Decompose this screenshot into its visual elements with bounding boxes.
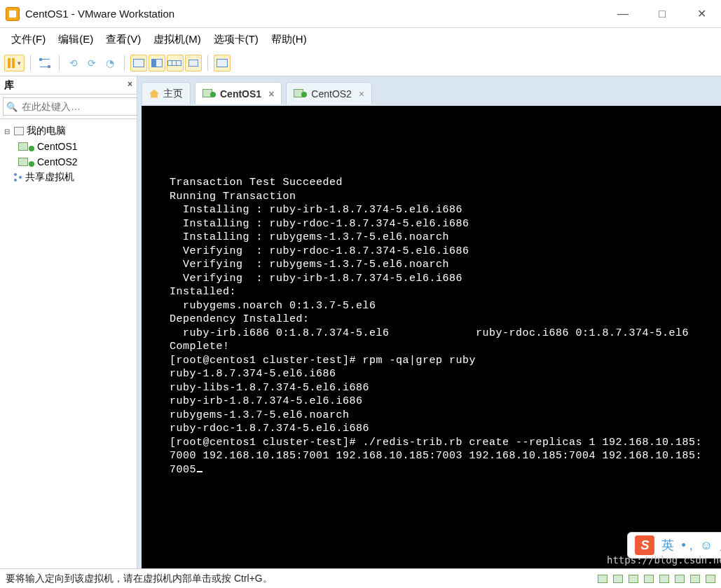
menu-file[interactable]: 文件(F) (7, 32, 50, 48)
menu-help[interactable]: 帮助(H) (267, 32, 311, 48)
content-container: 库 × 🔍 ▾ ⊟ 我的电脑 CentOS1 CentOS2 (0, 76, 721, 568)
running-dot-icon (29, 146, 34, 151)
vm-icon (18, 142, 28, 151)
tab-close-icon[interactable]: × (268, 88, 274, 100)
ime-logo-icon[interactable]: S (635, 535, 654, 555)
sidebar-title: 库 (4, 79, 14, 92)
take-snapshot-button[interactable]: ⟲ (65, 55, 82, 71)
running-dot-icon (210, 92, 216, 97)
device-floppy-icon[interactable] (629, 575, 638, 583)
menubar: 文件(F) 编辑(E) 查看(V) 虚拟机(M) 选项卡(T) 帮助(H) (0, 28, 721, 50)
search-icon: 🔍 (6, 102, 18, 112)
vm-icon (18, 158, 28, 166)
tab-centos1-label: CentOS1 (220, 88, 261, 100)
device-hdd-icon[interactable] (598, 575, 607, 583)
ime-emoji-icon[interactable]: ☺ (700, 538, 713, 553)
menu-view[interactable]: 查看(V) (102, 32, 145, 48)
device-display-icon[interactable] (706, 575, 715, 583)
device-usb-icon[interactable] (659, 575, 669, 583)
tab-strip: 主页 CentOS1 × CentOS2 × (142, 81, 721, 106)
vm-console[interactable]: Transaction Test SucceededRunning Transa… (142, 106, 721, 568)
sidebar-search-row: 🔍 ▾ (0, 95, 137, 119)
stretch-button[interactable] (185, 55, 202, 71)
statusbar: 要将输入定向到该虚拟机，请在虚拟机内部单击或按 Ctrl+G。 (0, 568, 721, 588)
power-controls-button[interactable]: ▾ (4, 55, 25, 71)
menu-edit[interactable]: 编辑(E) (54, 32, 97, 48)
device-printer-icon[interactable] (690, 575, 700, 583)
tree-item-label: CentOS1 (37, 141, 78, 152)
tree-item-centos2[interactable]: CentOS2 (3, 154, 134, 170)
main-area: 主页 CentOS1 × CentOS2 × Transaction Test … (137, 76, 721, 568)
unity-button[interactable] (149, 55, 165, 71)
shared-icon (14, 173, 22, 182)
tree-shared-label: 共享虚拟机 (25, 171, 74, 184)
running-dot-icon (301, 92, 307, 97)
ime-floating-bar[interactable]: S 英 • , ☺ 🎤 (627, 532, 721, 559)
sidebar: 库 × 🔍 ▾ ⊟ 我的电脑 CentOS1 CentOS2 (0, 76, 137, 568)
revert-snapshot-button[interactable]: ⟳ (83, 55, 100, 71)
window-title: CentOS1 - VMware Workstation (25, 8, 174, 20)
app-icon (6, 7, 20, 21)
device-net-icon[interactable] (644, 575, 654, 583)
close-button[interactable]: ✕ (682, 0, 721, 27)
tree-item-centos1[interactable]: CentOS1 (3, 139, 134, 154)
window-controls: — □ ✕ (603, 0, 721, 27)
device-sound-icon[interactable] (675, 575, 685, 583)
minimize-button[interactable]: — (603, 0, 643, 27)
window-titlebar: CentOS1 - VMware Workstation — □ ✕ (0, 0, 721, 28)
tree-root-label: 我的电脑 (27, 125, 66, 137)
running-dot-icon (29, 161, 34, 167)
search-input[interactable] (20, 100, 146, 113)
tab-centos1[interactable]: CentOS1 × (195, 82, 282, 104)
menu-vm[interactable]: 虚拟机(M) (149, 32, 205, 48)
tree-item-label: CentOS2 (37, 156, 78, 167)
tree-collapse-icon[interactable]: ⊟ (3, 127, 11, 135)
sidebar-header: 库 × (0, 76, 137, 95)
maximize-button[interactable]: □ (643, 0, 682, 27)
library-tree: ⊟ 我的电脑 CentOS1 CentOS2 共享虚拟机 (0, 119, 137, 189)
snapshot-button[interactable] (36, 55, 53, 71)
toolbar: ▾ ⟲ ⟳ ◔ (0, 50, 721, 76)
console-view-button[interactable] (214, 55, 231, 71)
tab-centos2-label: CentOS2 (311, 88, 352, 100)
fullscreen-button[interactable] (130, 55, 147, 71)
home-icon (149, 90, 159, 98)
ime-lang-button[interactable]: 英 (661, 537, 674, 554)
tab-home[interactable]: 主页 (142, 82, 191, 104)
statusbar-message: 要将输入定向到该虚拟机，请在虚拟机内部单击或按 Ctrl+G。 (6, 573, 273, 585)
tab-centos2[interactable]: CentOS2 × (286, 82, 372, 104)
ime-punct-icon[interactable]: • , (681, 538, 692, 553)
computer-icon (14, 127, 24, 135)
tree-shared-vms[interactable]: 共享虚拟机 (3, 170, 134, 185)
manage-snapshot-button[interactable]: ◔ (102, 55, 118, 71)
statusbar-device-icons (598, 575, 715, 583)
menu-tabs[interactable]: 选项卡(T) (210, 32, 263, 48)
device-cd-icon[interactable] (613, 575, 623, 583)
tree-leaf-icon (3, 173, 11, 182)
tab-close-icon[interactable]: × (359, 88, 364, 100)
thumbnail-button[interactable] (167, 55, 184, 71)
tree-root-mycomputer[interactable]: ⊟ 我的电脑 (3, 123, 134, 139)
sidebar-search[interactable]: 🔍 (3, 97, 149, 116)
tab-home-label: 主页 (163, 88, 183, 100)
sidebar-close-icon[interactable]: × (128, 79, 132, 89)
